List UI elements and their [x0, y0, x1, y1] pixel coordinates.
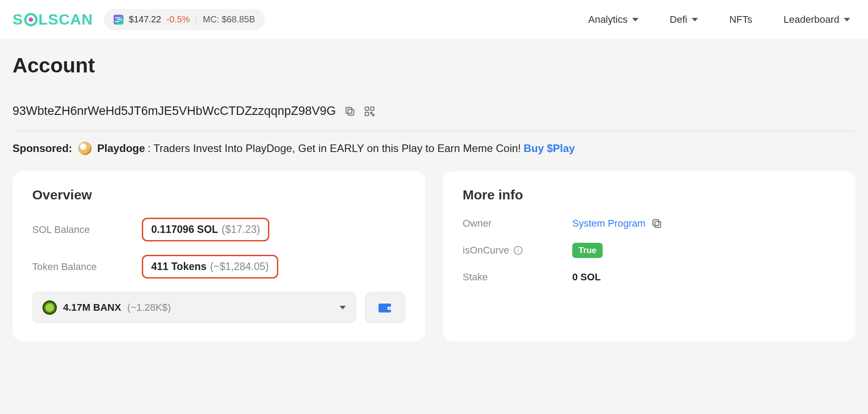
more-info-panel: More info Owner System Program isOnCurve — [443, 171, 855, 341]
nav-analytics-label: Analytics — [588, 14, 628, 25]
chevron-down-icon — [844, 18, 850, 21]
svg-rect-1 — [117, 19, 122, 20]
sol-change: -0.5% — [166, 14, 190, 25]
wallet-icon — [378, 302, 393, 313]
token-dropdown-amount: 4.17M BANX — [63, 302, 121, 313]
token-balance-amount: 411 Tokens — [151, 261, 207, 273]
svg-rect-13 — [655, 222, 660, 228]
svg-rect-2 — [115, 21, 119, 22]
stake-row: Stake 0 SOL — [463, 271, 836, 283]
owner-value: System Program — [572, 218, 663, 229]
copy-address-button[interactable] — [344, 106, 356, 117]
account-address-row: 93WbteZH6nrWeHd5JT6mJE5VHbWcCTDZzzqqnpZ9… — [13, 104, 855, 131]
owner-row: Owner System Program — [463, 218, 836, 229]
owner-label: Owner — [463, 218, 572, 229]
token-balance-row: Token Balance 411 Tokens (~$1,284.05) — [32, 255, 405, 279]
sol-balance-amount: 0.117096 SOL — [151, 224, 218, 236]
token-dropdown[interactable]: 4.17M BANX (~1.28K$) — [32, 292, 356, 323]
page-content: Account 93WbteZH6nrWeHd5JT6mJE5VHbWcCTDZ… — [0, 39, 868, 359]
svg-point-12 — [389, 308, 390, 309]
token-balance-usd: (~$1,284.05) — [210, 261, 269, 273]
stake-value: 0 SOL — [572, 271, 601, 283]
sol-price-pill[interactable]: $147.22 -0.5% MC: $68.85B — [104, 9, 265, 30]
nav-analytics[interactable]: Analytics — [588, 14, 638, 25]
logo-o-icon — [24, 13, 38, 26]
wallet-button[interactable] — [365, 292, 405, 323]
main-nav: Analytics Defi NFTs Leaderboard — [588, 14, 855, 25]
sponsored-banner: Sponsored: Playdoge : Traders Invest Int… — [13, 142, 855, 155]
chevron-down-icon — [340, 306, 346, 309]
nav-nfts-label: NFTs — [729, 14, 752, 25]
sponsored-label: Sponsored: — [13, 142, 72, 155]
solana-icon — [114, 15, 123, 25]
svg-rect-9 — [372, 114, 374, 115]
market-cap: MC: $68.85B — [203, 14, 255, 25]
chevron-down-icon — [692, 18, 698, 21]
nav-leaderboard[interactable]: Leaderboard — [783, 14, 850, 25]
pill-divider — [196, 15, 196, 25]
nav-defi[interactable]: Defi — [670, 14, 698, 25]
overview-panel: Overview SOL Balance 0.117096 SOL ($17.2… — [13, 171, 425, 341]
playdoge-icon — [78, 142, 92, 155]
isoncurve-value: True — [572, 243, 603, 258]
banx-token-icon — [43, 300, 57, 315]
svg-rect-8 — [370, 112, 372, 114]
sponsor-link[interactable]: Buy $Play — [523, 142, 575, 155]
sol-balance-label: SOL Balance — [32, 224, 142, 236]
isoncurve-row: isOnCurve i True — [463, 243, 836, 258]
svg-rect-5 — [365, 107, 369, 110]
sol-balance-row: SOL Balance 0.117096 SOL ($17.23) — [32, 218, 405, 241]
stake-amount: 0 SOL — [572, 271, 601, 283]
copy-owner-button[interactable] — [651, 218, 663, 229]
overview-title: Overview — [32, 187, 405, 203]
svg-rect-7 — [365, 112, 369, 116]
info-icon[interactable]: i — [514, 246, 523, 255]
sol-balance-value-box: 0.117096 SOL ($17.23) — [142, 218, 269, 241]
token-balance-value-box: 411 Tokens (~$1,284.05) — [142, 255, 278, 279]
nav-nfts[interactable]: NFTs — [729, 14, 752, 25]
svg-rect-6 — [370, 107, 374, 110]
more-info-title: More info — [463, 187, 836, 203]
panels-row: Overview SOL Balance 0.117096 SOL ($17.2… — [13, 171, 855, 341]
token-select-row: 4.17M BANX (~1.28K$) — [32, 292, 405, 323]
svg-rect-14 — [653, 220, 659, 225]
svg-rect-3 — [348, 109, 353, 115]
qr-code-button[interactable] — [364, 106, 375, 117]
nav-leaderboard-label: Leaderboard — [783, 14, 839, 25]
account-address: 93WbteZH6nrWeHd5JT6mJE5VHbWcCTDZzzqqnpZ9… — [13, 104, 336, 118]
svg-rect-0 — [115, 17, 121, 18]
page-title: Account — [13, 53, 855, 77]
solscan-logo[interactable]: SLSCAN — [13, 11, 93, 28]
sol-price: $147.22 — [129, 14, 161, 25]
chevron-down-icon — [632, 18, 638, 21]
svg-rect-4 — [346, 107, 352, 113]
isoncurve-label-wrap: isOnCurve i — [463, 245, 572, 256]
nav-defi-label: Defi — [670, 14, 687, 25]
token-balance-label: Token Balance — [32, 261, 142, 273]
true-badge: True — [572, 243, 603, 258]
owner-link[interactable]: System Program — [572, 218, 646, 229]
sol-balance-usd: ($17.23) — [222, 224, 260, 236]
top-header: SLSCAN $147.22 -0.5% MC: $68.85B Analyti… — [0, 0, 868, 39]
isoncurve-label: isOnCurve — [463, 245, 509, 256]
sponsor-name: Playdoge — [97, 142, 145, 155]
stake-label: Stake — [463, 271, 572, 283]
sponsor-text: : Traders Invest Into PlayDoge, Get in E… — [148, 142, 521, 155]
token-dropdown-usd: (~1.28K$) — [128, 302, 171, 313]
